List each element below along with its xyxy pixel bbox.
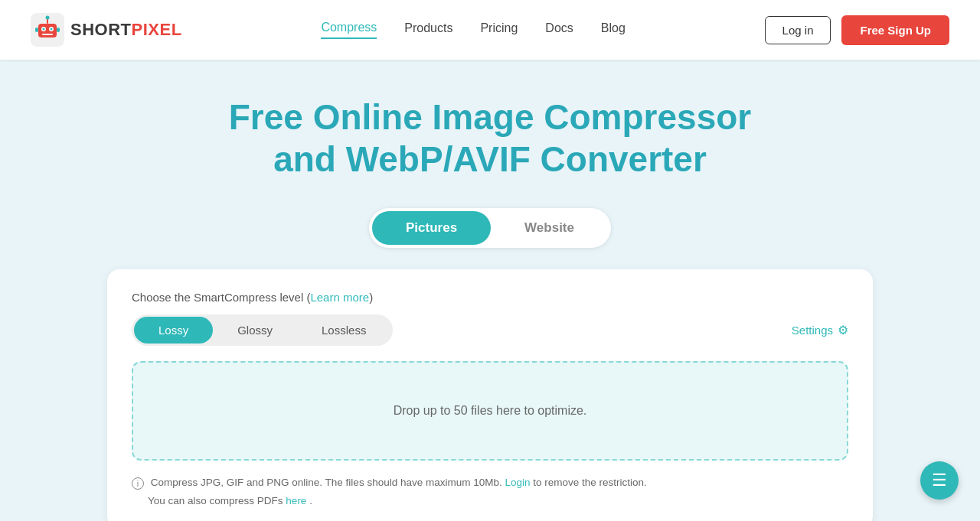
tab-pictures[interactable]: Pictures — [372, 211, 491, 245]
drop-text: Drop up to 50 files here to optimize. — [394, 404, 587, 418]
chat-icon: ☰ — [932, 471, 947, 490]
info-line1: i Compress JPG, GIF and PNG online. The … — [132, 474, 848, 491]
nav-products[interactable]: Products — [404, 21, 452, 38]
level-glossy[interactable]: Glossy — [213, 317, 297, 344]
hero-title: Free Online Image Compressor and WebP/AV… — [229, 96, 752, 181]
header: SHORTPIXEL Compress Products Pricing Doc… — [0, 0, 980, 60]
info-section: i Compress JPG, GIF and PNG online. The … — [132, 474, 848, 509]
svg-rect-10 — [57, 28, 60, 32]
compress-label: Choose the SmartCompress level (Learn mo… — [132, 291, 848, 304]
nav-pricing[interactable]: Pricing — [480, 21, 518, 38]
level-lossy[interactable]: Lossy — [134, 317, 213, 344]
nav-docs[interactable]: Docs — [545, 21, 573, 38]
level-lossless[interactable]: Lossless — [297, 317, 390, 344]
logo-icon — [31, 13, 64, 47]
settings-label: Settings — [792, 324, 833, 337]
settings-link[interactable]: Settings ⚙ — [792, 323, 848, 337]
drop-zone[interactable]: Drop up to 50 files here to optimize. — [132, 361, 848, 461]
info-line2: You can also compress PDFs here . — [148, 493, 848, 510]
svg-point-8 — [46, 16, 50, 20]
info-icon: i — [132, 477, 144, 490]
nav-blog[interactable]: Blog — [601, 21, 626, 38]
learn-more-link[interactable]: Learn more — [310, 291, 369, 304]
svg-rect-1 — [38, 24, 57, 37]
svg-point-5 — [51, 28, 53, 31]
compress-card: Choose the SmartCompress level (Learn mo… — [107, 269, 873, 521]
signup-button[interactable]: Free Sign Up — [841, 15, 949, 45]
logo-text: SHORTPIXEL — [70, 20, 182, 40]
svg-point-4 — [43, 28, 45, 31]
mode-tabs: Pictures Website — [369, 208, 611, 248]
fab-button[interactable]: ☰ — [920, 461, 959, 500]
tab-website[interactable]: Website — [491, 211, 608, 245]
svg-rect-9 — [35, 28, 38, 32]
login-link[interactable]: Login — [505, 477, 530, 488]
level-row: Lossy Glossy Lossless Settings ⚙ — [132, 314, 848, 346]
svg-rect-6 — [42, 34, 53, 35]
main-content: Free Online Image Compressor and WebP/AV… — [0, 60, 980, 521]
logo: SHORTPIXEL — [31, 13, 182, 47]
header-actions: Log in Free Sign Up — [765, 15, 949, 45]
here-link[interactable]: here — [286, 495, 306, 506]
nav-compress[interactable]: Compress — [321, 21, 377, 39]
main-nav: Compress Products Pricing Docs Blog — [321, 21, 625, 39]
level-tabs: Lossy Glossy Lossless — [132, 314, 393, 346]
login-button[interactable]: Log in — [765, 16, 831, 44]
gear-icon: ⚙ — [838, 323, 848, 337]
